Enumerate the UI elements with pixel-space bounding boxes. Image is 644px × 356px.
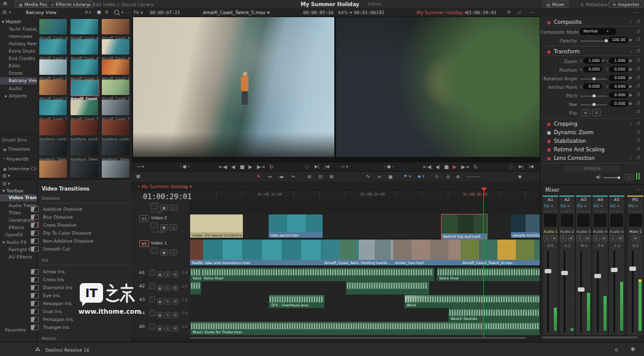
retime-enable-toggle[interactable] bbox=[546, 148, 551, 153]
media-search-caret-icon[interactable]: ▾ bbox=[121, 10, 123, 14]
strip-name[interactable]: Audio 5 bbox=[609, 229, 624, 233]
solo-button[interactable]: S bbox=[610, 235, 616, 241]
lens-correction-enable-toggle[interactable] bbox=[546, 156, 551, 161]
timeline-clip-title[interactable]: Lower 3rd Vessel Underline bbox=[190, 214, 243, 238]
bin-item[interactable]: Drone bbox=[9, 70, 23, 76]
fx-item[interactable]: Cross Iris bbox=[43, 277, 64, 282]
timeline-in-icon[interactable]: ▶| bbox=[519, 164, 524, 169]
timeline-clip-audio[interactable]: Voice... bbox=[190, 268, 202, 281]
track-v1-badge[interactable]: V1 bbox=[139, 240, 149, 247]
pan-control[interactable] bbox=[629, 214, 642, 227]
pitch-slider[interactable] bbox=[580, 96, 607, 97]
fx-item[interactable]: Cross Dissolve bbox=[43, 222, 76, 228]
flip-horizontal-button[interactable]: ⇄ bbox=[581, 109, 590, 116]
timeline-clip-audio[interactable]: Voice Over bbox=[437, 268, 541, 281]
sort-icon[interactable]: ≡↓ bbox=[85, 10, 92, 15]
timeline-scrollbar[interactable] bbox=[190, 337, 526, 339]
track-v1-name[interactable]: Video 1 bbox=[151, 241, 167, 246]
timeline-clip-audio[interactable] bbox=[190, 281, 201, 295]
eq-button[interactable]: EQ ≈ bbox=[577, 203, 586, 208]
strip-name[interactable]: Main 1 bbox=[627, 229, 643, 233]
fx-item[interactable]: Non-Additive Dissolve bbox=[43, 238, 93, 244]
pen-tool-icon[interactable]: ✎ bbox=[366, 174, 370, 180]
keyframe-icon[interactable]: ◆ bbox=[629, 75, 632, 80]
strip-db[interactable]: -1.2 bbox=[609, 243, 624, 248]
fx-tree-item[interactable]: AU Effects bbox=[9, 254, 33, 260]
zoom-y-value[interactable]: 1.080 bbox=[609, 58, 628, 64]
mixer-scrollbar[interactable] bbox=[542, 336, 638, 338]
source-stop-button[interactable]: ■ bbox=[240, 164, 245, 170]
analyze-button[interactable]: Analyze bbox=[565, 165, 620, 172]
strip-name[interactable]: Audio 1 bbox=[543, 229, 558, 233]
fx-tree-item[interactable]: Titles bbox=[9, 210, 21, 216]
track-v2-badge[interactable]: V2 bbox=[139, 215, 149, 222]
media-clip-thumbnail[interactable] bbox=[71, 120, 98, 135]
fx-item[interactable]: Smooth Cut bbox=[43, 246, 70, 252]
mute-button[interactable]: M bbox=[172, 312, 178, 318]
fx-item[interactable]: Hexagon Iris bbox=[43, 301, 72, 306]
mute-button[interactable]: M bbox=[172, 325, 178, 331]
insert-clip-icon[interactable]: ⊞ bbox=[307, 174, 312, 180]
fader-area[interactable] bbox=[592, 251, 608, 333]
timeline-last-frame-button[interactable]: ▶⇥ bbox=[461, 164, 469, 170]
zoom-in-icon[interactable]: ⊕ bbox=[456, 174, 460, 180]
mute-button[interactable]: M bbox=[601, 235, 608, 241]
reset-icon[interactable]: ↺ bbox=[636, 155, 640, 161]
fx-item[interactable]: Pentagon Iris bbox=[43, 317, 73, 322]
solo-button[interactable]: S bbox=[543, 235, 550, 241]
mute-button[interactable]: M bbox=[172, 298, 178, 305]
timeline-out-icon[interactable]: |◀ bbox=[529, 164, 534, 169]
effects-panel-view-icon[interactable]: ▥ ▾ bbox=[2, 181, 10, 186]
timeline-view-options-icon[interactable]: ▦ bbox=[136, 174, 140, 179]
pan-control[interactable] bbox=[594, 214, 607, 227]
reset-icon[interactable]: ↺ bbox=[636, 92, 640, 97]
smart-bin-item[interactable]: ▤ Timelines bbox=[3, 146, 30, 152]
fx-item[interactable]: Diamond Iris bbox=[43, 285, 72, 290]
media-clip-thumbnail[interactable] bbox=[102, 120, 129, 135]
reset-icon[interactable]: ↺ bbox=[636, 37, 640, 42]
fader-handle[interactable] bbox=[578, 287, 585, 292]
fx-item[interactable]: Additive Dissolve bbox=[43, 206, 82, 212]
solo-button[interactable]: S bbox=[164, 285, 171, 291]
media-clip-thumbnail[interactable] bbox=[71, 161, 98, 178]
timeline-play-button-active[interactable]: ▶ bbox=[453, 164, 456, 170]
project-manager-icon[interactable]: ⌂ bbox=[615, 346, 618, 352]
pan-control[interactable] bbox=[561, 214, 573, 227]
timeline-match-frame-icon[interactable]: ○ bbox=[509, 164, 513, 169]
replace-clip-icon[interactable]: ⊠ bbox=[329, 174, 334, 180]
composite-enable-toggle[interactable] bbox=[546, 20, 551, 25]
lock-icon[interactable] bbox=[149, 310, 155, 316]
volume-slider[interactable] bbox=[604, 177, 621, 178]
bin-item[interactable]: End Credits bbox=[9, 56, 35, 61]
trim-mode-icon[interactable]: ↔ bbox=[268, 174, 272, 180]
marker-icon[interactable]: ◆ ▾ bbox=[418, 174, 424, 179]
dim-icon[interactable]: ▭ bbox=[625, 174, 634, 180]
media-clip-thumbnail[interactable] bbox=[71, 39, 98, 55]
media-clip-thumbnail[interactable] bbox=[39, 19, 67, 34]
source-clip-select[interactable]: Amalfi_Coast_Talent_5.mov ▾ bbox=[196, 10, 276, 15]
media-clip-thumbnail-selected[interactable] bbox=[71, 80, 99, 96]
smart-bin-item[interactable]: ▣ Interview Clips bbox=[3, 166, 42, 172]
lock-icon[interactable] bbox=[149, 297, 155, 303]
inspector-button[interactable]: ⚒Inspector bbox=[608, 1, 643, 8]
playhead[interactable] bbox=[483, 189, 484, 337]
timeline-clip-audio[interactable]: Wind bbox=[404, 295, 541, 308]
keyframe-icon[interactable]: ◆ bbox=[629, 84, 632, 89]
composite-mode-select[interactable]: Normal▾ bbox=[580, 28, 616, 35]
source-jog-icon[interactable]: ‹ ● › bbox=[180, 164, 190, 169]
fader-area[interactable] bbox=[576, 251, 591, 333]
zoom-x-value[interactable]: 1.080 bbox=[583, 58, 602, 64]
pan-control[interactable] bbox=[544, 214, 557, 227]
frame-display-icon[interactable]: ▭ bbox=[517, 10, 521, 15]
media-clip-thumbnail[interactable] bbox=[71, 19, 98, 34]
solo-button[interactable]: S bbox=[164, 312, 171, 318]
eq-button[interactable]: EQ ≈ bbox=[610, 203, 619, 208]
track-a2-badge[interactable]: A2 bbox=[139, 284, 145, 289]
mute-button[interactable]: M bbox=[618, 235, 624, 241]
list-view-icon[interactable]: ≣ bbox=[105, 10, 109, 15]
bin-item[interactable]: Holiday Reel bbox=[9, 41, 37, 47]
transform-enable-toggle[interactable] bbox=[546, 50, 551, 55]
media-clip-thumbnail[interactable] bbox=[102, 100, 129, 115]
add-icon[interactable]: ＋ bbox=[629, 48, 633, 55]
solo-button[interactable]: S bbox=[164, 325, 171, 331]
